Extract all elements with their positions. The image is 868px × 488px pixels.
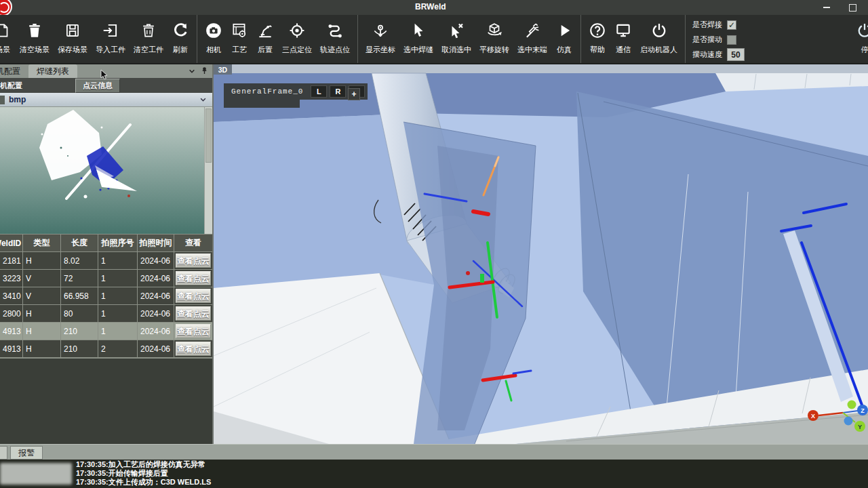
select-end-button[interactable]: 选中末端 [513,15,551,55]
pointcloud-scrollbar[interactable] [204,107,212,234]
clear-part-button[interactable]: 清空工件 [130,15,167,55]
gizmo-blue-dot[interactable] [844,417,853,426]
table-row[interactable]: 3223 V 72 1 2024-06 查看点云 [0,270,212,287]
import-part-button[interactable]: 导入工件 [92,15,130,55]
panel-pin-icon[interactable] [201,65,208,77]
camera-icon [205,21,222,40]
weld-checkbox[interactable]: ✓ [727,20,736,30]
view-pointcloud-button[interactable]: 查看点云 [176,342,211,356]
view-pointcloud-button[interactable]: 查看点云 [176,306,211,321]
gizmo-z-label: Z [861,407,865,414]
col-length: 长度 [61,234,98,252]
toolbar-group-system: 帮助 通信 启动机器人 [581,15,686,63]
pan-rotate-button[interactable]: 平移旋转 [475,15,513,55]
panel-chevron-down-icon[interactable] [189,65,195,77]
open-scene-icon [0,21,12,40]
stop-robot-button[interactable]: 停 [852,15,868,63]
import-part-icon [102,21,119,40]
viewport-tab-3d[interactable]: 3D [214,64,232,75]
maximize-button[interactable] [844,0,861,15]
help-button[interactable]: 帮助 [585,15,610,55]
table-row[interactable]: 3410 V 66.958 1 2024-06 查看点云 [0,287,212,305]
scrollbar-thumb[interactable] [205,108,212,163]
log-blurred-region [0,463,72,485]
weld-option-label: 是否焊接 [692,20,722,30]
pointcloud-preview[interactable] [0,107,204,234]
brweld-window: BRWeld 场景 清空场景 保存场景 [0,0,868,488]
log-line: 17:30:35:开始传输焊接后置 [76,469,211,478]
stop-robot-icon [856,21,868,40]
refresh-button[interactable]: 刷新 [167,15,193,55]
comm-button[interactable]: 通信 [610,15,636,55]
process-button[interactable]: 工艺 [226,15,252,55]
clear-scene-icon [26,21,43,40]
frame-right-button[interactable]: R [330,85,346,98]
minimize-button[interactable] [818,0,835,15]
select-end-icon [524,21,541,40]
gizmo-x-label: X [811,413,815,420]
refresh-icon [172,21,189,40]
table-row[interactable]: 4913 H 210 2 2024-06 查看点云 [0,340,212,358]
view-pointcloud-button[interactable]: 查看点云 [176,289,211,303]
trajectory-button[interactable]: 轨迹点位 [316,15,354,55]
gizmo-green-dot[interactable] [848,401,856,409]
start-robot-icon [650,21,668,40]
deselect-button[interactable]: 取消选中 [437,15,475,55]
toolbar-group-view: 显示坐标 选中焊缝 取消选中 平移旋转 [358,15,581,63]
help-icon [589,21,606,40]
select-weld-button[interactable]: 选中焊缝 [399,15,437,55]
weave-speed-input[interactable]: 50 [727,48,745,61]
left-panel: 机配置 焊缝列表 机配置 点云信息 bmp [0,64,214,444]
process-icon [231,21,248,40]
format-chevron-down-icon[interactable] [199,94,212,106]
view-pointcloud-button[interactable]: 查看点云 [176,253,211,268]
weld-table-header: WeldID 类型 长度 拍照序号 拍照时间 查看 [0,234,212,252]
log-tab-partial[interactable] [0,446,7,460]
subtab-pointcloud-info[interactable]: 点云信息 [75,79,120,93]
comm-icon [614,21,632,40]
view-pointcloud-button[interactable]: 查看点云 [176,324,211,338]
view-pointcloud-button[interactable]: 查看点云 [176,271,211,285]
simulate-button[interactable]: 仿真 [551,15,577,55]
frame-add-button-2[interactable]: + [348,88,360,100]
viewport-top-strip [214,64,868,73]
titlebar: BRWeld [0,0,868,15]
frame-left-button[interactable]: L [311,85,327,98]
save-scene-button[interactable]: 保存场景 [54,15,92,55]
postprocess-button[interactable]: 后置 [252,15,278,55]
axis-x-marker [473,211,488,214]
image-format-row[interactable]: bmp [0,93,212,107]
show-coords-icon [372,21,389,40]
main-toolbar: 场景 清空场景 保存场景 导入工件 [0,15,868,64]
window-title: BRWeld [415,2,446,12]
weave-option-label: 是否摆动 [692,35,722,45]
table-row-selected[interactable]: 4913 H 210 1 2024-06 查看点云 [0,323,212,340]
format-icon [0,96,5,104]
pointcloud-red-dot [127,195,130,197]
toolbar-group-setup: 相机 工艺 后置 三点定位 [197,15,358,63]
col-photo-seq: 拍照序号 [98,234,138,252]
mouse-cursor [100,70,109,81]
tab-weld-list[interactable]: 焊缝列表 [28,64,77,78]
show-coords-button[interactable]: 显示坐标 [361,15,399,55]
simulate-icon [555,21,573,40]
table-row[interactable]: 2800 H 80 1 2024-06 查看点云 [0,305,212,323]
col-photo-time: 拍照时间 [138,234,174,252]
weave-checkbox[interactable] [727,35,736,45]
subtab-camera-config[interactable]: 机配置 [0,81,22,91]
select-weld-icon [410,21,427,40]
open-scene-button[interactable]: 场景 [0,15,16,55]
frame-title: GeneralFrame_0 [226,87,308,96]
frame-toolbar-stub [224,100,300,108]
camera-button[interactable]: 相机 [201,15,226,55]
tab-camera-config[interactable]: 机配置 [0,64,28,78]
viewport-3d[interactable]: 3D [214,64,868,444]
trajectory-icon [326,21,344,40]
log-tab-alarm[interactable]: 报警 [10,446,43,460]
gizmo-y-label: Y [858,424,862,430]
log-area: 17:30:35:加入工艺后的焊接仿真无异常 17:30:35:开始传输焊接后置… [0,460,868,488]
table-row[interactable]: 2181 H 8.02 1 2024-06 查看点云 [0,252,212,270]
clear-scene-button[interactable]: 清空场景 [16,15,54,55]
start-robot-button[interactable]: 启动机器人 [636,15,682,55]
three-point-button[interactable]: 三点定位 [278,15,316,55]
